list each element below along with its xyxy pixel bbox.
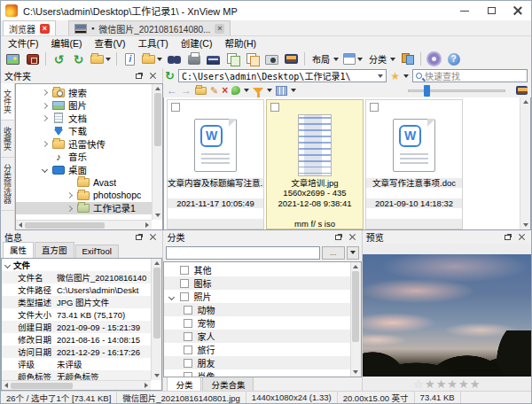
scan-button[interactable] [205, 50, 222, 67]
slider-handle[interactable] [424, 85, 430, 97]
tab-browser[interactable]: 浏览器 × [3, 20, 56, 35]
category-item-icons[interactable]: 图标 [164, 276, 349, 290]
back-button[interactable]: ← [167, 85, 177, 96]
scrollbar-thumb[interactable] [352, 271, 359, 342]
category-vertical-scrollbar[interactable] [350, 262, 361, 377]
menu-edit[interactable]: 编辑(E) [51, 36, 82, 50]
category-item-pets[interactable]: 宠物 [164, 316, 349, 330]
rotate-right-button[interactable]: ↻ [70, 50, 87, 67]
tree-item-search[interactable]: 搜索 [16, 86, 152, 99]
rename-button[interactable]: ✎ [210, 85, 218, 96]
tab-close-icon[interactable]: × [40, 24, 50, 34]
scrollbar-thumb[interactable] [25, 222, 105, 229]
category-checkbox[interactable] [184, 346, 192, 354]
tab-histogram[interactable]: 直方图 [35, 242, 74, 258]
scrollbar-thumb[interactable] [11, 383, 73, 389]
close-panel-button[interactable] [516, 232, 528, 242]
expand-icon[interactable] [41, 113, 49, 122]
favorites-caret-icon[interactable] [403, 74, 409, 78]
menu-tools[interactable]: 工具(T) [137, 36, 168, 50]
tab-properties[interactable]: 属性 [3, 242, 34, 258]
tree-item-downloads[interactable]: 下载 [16, 125, 152, 138]
category-more-button[interactable]: ... [322, 246, 345, 260]
category-item-family[interactable]: 家人 [164, 330, 349, 343]
quick-search-input[interactable]: 快速查找 [412, 69, 528, 82]
expand-icon[interactable] [66, 204, 74, 213]
expand-icon[interactable] [41, 88, 49, 97]
sort-button[interactable] [231, 86, 240, 95]
menu-file[interactable]: 文件(F) [8, 36, 38, 50]
rating-star-2-icon[interactable]: ★ [436, 377, 447, 391]
category-item-animals[interactable]: 动物 [164, 303, 349, 316]
category-item-travel[interactable]: 旅行 [164, 343, 349, 356]
collapse-icon[interactable] [41, 165, 49, 174]
category-checkbox[interactable] [180, 279, 189, 288]
scroll-down-icon[interactable] [523, 223, 528, 227]
scrollbar-thumb[interactable] [154, 93, 161, 146]
scroll-left-icon[interactable] [4, 383, 8, 388]
sort-caret-icon[interactable] [244, 89, 249, 92]
filter-funnel-icon[interactable] [253, 88, 263, 94]
minimize-button[interactable] [451, 1, 478, 20]
item-checkbox[interactable] [370, 103, 379, 112]
expand-icon[interactable] [66, 190, 74, 199]
category-checkbox[interactable] [180, 292, 189, 301]
print-button[interactable] [185, 50, 202, 67]
tree-item-thunder[interactable]: 迅雷快传 [16, 137, 152, 151]
category-checkbox[interactable] [184, 306, 192, 315]
tree-item-documents[interactable]: 文档 [16, 112, 152, 125]
open-with-button[interactable] [141, 50, 163, 67]
rating-star-4-icon[interactable]: ★ [458, 377, 469, 391]
category-filter-input[interactable] [166, 246, 319, 260]
favorites-star-icon[interactable]: ★ [390, 71, 400, 82]
menu-create[interactable]: 创建(C) [181, 36, 213, 50]
item-checkbox[interactable] [171, 103, 180, 112]
layout-dropdown[interactable]: 布局 [309, 50, 340, 67]
parent-folder-button[interactable] [195, 87, 207, 95]
menu-help[interactable]: 帮助(H) [224, 36, 256, 50]
category-dropdown[interactable]: 分类 [366, 50, 396, 67]
path-combobox[interactable]: C:\Users\admin\Desktop\工作记录1\ [178, 69, 387, 82]
forward-button[interactable]: → [181, 85, 192, 96]
view-image-button[interactable] [4, 50, 21, 67]
file-item-doc2[interactable]: W 文章写作注意事项.doc 2021-09-10 14:18:32 [365, 99, 463, 229]
thumbs-vertical-scrollbar[interactable] [520, 97, 530, 229]
category-checkbox[interactable] [180, 266, 189, 275]
tree-item-pictures[interactable]: 图片 [16, 99, 152, 113]
expand-icon[interactable] [41, 139, 49, 148]
tree-item-photoshop[interactable]: photoshopc [16, 189, 152, 202]
float-panel-button[interactable] [133, 232, 145, 242]
category-checkbox[interactable] [184, 332, 192, 341]
scroll-down-icon[interactable] [155, 214, 160, 217]
collapse-icon[interactable] [168, 292, 176, 301]
convert-button[interactable] [224, 50, 241, 67]
tree-item-avast[interactable]: Avast [16, 176, 152, 190]
category-checkbox[interactable] [184, 319, 192, 328]
category-item-photos[interactable]: 照片 [164, 290, 349, 303]
scroll-right-icon[interactable] [145, 222, 149, 228]
float-panel-button[interactable] [332, 232, 344, 242]
maximize-button[interactable] [478, 1, 505, 20]
batch-convert-button[interactable] [244, 50, 261, 67]
close-panel-button[interactable] [347, 232, 358, 242]
side-tab-folders[interactable]: 文件夹 [1, 83, 14, 120]
tree-horizontal-scrollbar[interactable] [16, 220, 152, 229]
filter-caret-icon[interactable] [267, 89, 272, 92]
tab-close-icon[interactable]: × [215, 24, 224, 34]
view-mode-caret-icon[interactable] [291, 89, 296, 92]
file-item-image[interactable]: 文章培训.jpg 1560x2699 - 435 2021-12-08 9:38… [266, 99, 364, 229]
delete-button[interactable]: × [222, 85, 228, 96]
side-tab-favorites[interactable]: 收藏夹 [1, 120, 14, 158]
rating-star-3-icon[interactable]: ★ [447, 377, 458, 391]
scroll-up-icon[interactable] [353, 265, 358, 268]
scroll-up-icon[interactable] [523, 100, 528, 104]
info-vertical-scrollbar[interactable] [151, 259, 161, 380]
tree-item-music[interactable]: ♪ 音乐 [16, 151, 152, 164]
expand-icon[interactable] [41, 101, 49, 110]
scroll-up-icon[interactable] [155, 87, 160, 90]
scrollbar-thumb[interactable] [153, 268, 160, 338]
help-button[interactable]: ? [445, 50, 462, 67]
float-panel-button[interactable] [133, 71, 145, 81]
move-copy-button[interactable] [90, 50, 112, 67]
rating-star-1-icon[interactable]: ★ [425, 377, 435, 391]
